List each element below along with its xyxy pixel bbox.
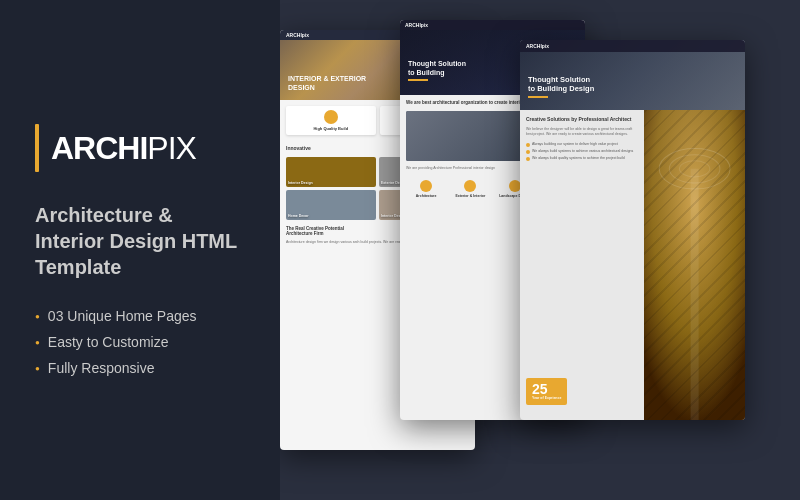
sc1-hero-text: INTERIOR & EXTERIORDESIGN — [288, 75, 366, 92]
sc3-badge: 25 Year of Exprience — [526, 378, 567, 405]
sc1-grid-label-3: Home Decor — [288, 214, 309, 218]
features-list: 03 Unique Home Pages Easty to Customize … — [35, 308, 245, 376]
sc3-bullet-2: We always build systems to achieve vario… — [526, 149, 638, 154]
sc3-section-title: Creative Solutions by Professional Archi… — [526, 116, 638, 123]
screenshots-container: ARCHIpix INTERIOR & EXTERIORDESIGN High … — [280, 10, 800, 490]
sc3-bullet-3: We always build quality systems to achie… — [526, 156, 638, 161]
logo-accent-bar — [35, 124, 39, 172]
sc3-bullet-dot-3 — [526, 157, 530, 161]
sc2-feat-text-1: Architecture — [406, 194, 446, 198]
sc2-accent-line — [408, 79, 428, 81]
logo-text: ARCHIPIX — [51, 130, 196, 167]
sc1-grid-item-1: Interior Design — [286, 157, 376, 187]
sc2-feat-icon-2 — [464, 180, 476, 192]
sc1-card-icon-1 — [324, 110, 338, 124]
sc3-bullet-dot-2 — [526, 150, 530, 154]
sc2-logo: ARCHIpix — [405, 22, 428, 28]
sc3-staircase-overlay — [644, 110, 745, 420]
sc3-left-col: Creative Solutions by Professional Archi… — [520, 110, 644, 420]
sc2-feat-2: Exterior & Interior — [450, 180, 490, 198]
sc1-card-1: High Quality Build — [286, 106, 376, 135]
sc3-right-col — [644, 110, 745, 420]
sc3-body-text: We believe the designer will be able to … — [526, 127, 638, 138]
logo-pix: PIX — [147, 130, 196, 166]
sc1-logo: ARCHIpix — [286, 32, 309, 38]
sc3-bullet-text-1: Always building our system to deliver hi… — [532, 142, 618, 147]
sc3-bullet-1: Always building our system to deliver hi… — [526, 142, 638, 147]
sc1-grid-label-1: Interior Design — [288, 181, 313, 185]
sc3-hero: ARCHIpix Thought Solutionto Building Des… — [520, 40, 745, 110]
sc2-feat-icon-1 — [420, 180, 432, 192]
sc1-card-label-1: High Quality Build — [290, 126, 372, 131]
right-panel: ARCHIpix INTERIOR & EXTERIORDESIGN High … — [280, 0, 800, 500]
logo-area: ARCHIPIX — [35, 124, 245, 172]
sc3-badge-text: Year of Exprience — [532, 396, 561, 401]
sc3-hero-accent — [528, 96, 548, 98]
left-panel: ARCHIPIX Architecture & Interior Design … — [0, 0, 280, 500]
sc3-badge-number: 25 — [532, 382, 561, 396]
sc3-bullet-dot-1 — [526, 143, 530, 147]
screenshot-3: ARCHIpix Thought Solutionto Building Des… — [520, 40, 745, 420]
sc3-navbar: ARCHIpix — [520, 40, 745, 52]
logo-archi: ARCHI — [51, 130, 147, 166]
feature-item-1: 03 Unique Home Pages — [35, 308, 245, 324]
tagline: Architecture & Interior Design HTML Temp… — [35, 202, 245, 280]
sc2-feat-1: Architecture — [406, 180, 446, 198]
sc3-hero-title: Thought Solutionto Building Design — [528, 75, 594, 101]
sc3-logo: ARCHIpix — [526, 43, 549, 49]
sc2-navbar: ARCHIpix — [400, 20, 585, 30]
sc3-bullet-text-3: We always build quality systems to achie… — [532, 156, 625, 161]
sc2-hero-title: Thought Solutionto Building — [408, 59, 466, 83]
sc2-feat-icon-3 — [509, 180, 521, 192]
sc3-content: Creative Solutions by Professional Archi… — [520, 110, 745, 420]
feature-item-3: Fully Responsive — [35, 360, 245, 376]
sc1-grid-item-3: Home Decor — [286, 190, 376, 220]
sc3-bullet-text-2: We always build systems to achieve vario… — [532, 149, 633, 154]
feature-item-2: Easty to Customize — [35, 334, 245, 350]
sc3-staircase-image — [644, 110, 745, 420]
sc2-feat-text-2: Exterior & Interior — [450, 194, 490, 198]
